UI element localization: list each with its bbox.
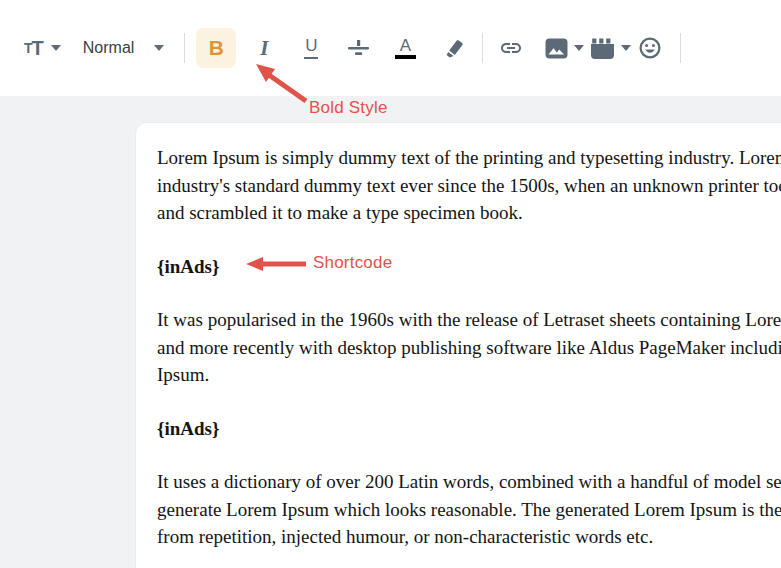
text-line: and scrambled it to make a type specimen… <box>157 199 781 227</box>
strikethrough-button[interactable] <box>341 29 375 67</box>
underline-icon: U <box>304 37 318 59</box>
bold-icon: B <box>209 36 224 60</box>
text-color-button[interactable]: A <box>388 29 422 67</box>
paragraph-style-dropdown[interactable]: Normal <box>79 29 169 67</box>
paragraph-style-value: Normal <box>83 39 135 57</box>
insert-emoji-button[interactable] <box>633 29 667 67</box>
text-line: from repetition, injected humour, or non… <box>157 523 781 551</box>
text-line: Lorem Ipsum is simply dummy text of the … <box>157 144 781 172</box>
highlight-color-button[interactable] <box>435 29 469 67</box>
chevron-down-icon <box>51 45 61 51</box>
text-line: It was popularised in the 1960s with the… <box>157 306 781 334</box>
paragraph: It uses a dictionary of over 200 Latin w… <box>157 468 781 551</box>
editor-screen: TT Normal B I U A <box>0 0 781 568</box>
paragraph: Lorem Ipsum is simply dummy text of the … <box>157 144 781 227</box>
toolbar-divider <box>680 33 681 63</box>
shortcode-token: {inAds} <box>157 415 781 443</box>
chevron-down-icon <box>154 45 164 51</box>
formatting-toolbar: TT Normal B I U A <box>0 0 781 96</box>
font-size-icon: T <box>24 40 32 56</box>
font-size-button[interactable]: TT <box>24 29 61 67</box>
paragraph: It was popularised in the 1960s with the… <box>157 306 781 389</box>
insert-video-button[interactable] <box>587 29 633 67</box>
current-color-swatch <box>395 55 416 59</box>
chevron-down-icon <box>621 45 631 51</box>
text-line: industry's standard dummy text ever sinc… <box>157 172 781 200</box>
highlighter-icon <box>440 36 465 60</box>
underline-button[interactable]: U <box>294 29 328 67</box>
text-color-icon: A <box>400 37 411 55</box>
shortcode-annotation: Shortcode <box>313 253 392 273</box>
text-line: generate Lorem Ipsum which looks reasona… <box>157 496 781 524</box>
image-icon <box>545 38 568 59</box>
italic-icon: I <box>260 36 268 61</box>
document-editor-canvas[interactable]: Lorem Ipsum is simply dummy text of the … <box>135 122 781 568</box>
text-line: Ipsum. <box>157 361 781 389</box>
italic-button[interactable]: I <box>247 29 281 67</box>
link-icon <box>498 36 524 60</box>
bold-style-annotation: Bold Style <box>309 98 388 118</box>
chevron-down-icon <box>574 45 584 51</box>
toolbar-divider <box>184 33 185 63</box>
toolbar-divider <box>482 33 483 63</box>
strikethrough-icon <box>347 38 370 58</box>
insert-image-button[interactable] <box>541 29 587 67</box>
document-content: Lorem Ipsum is simply dummy text of the … <box>136 123 781 551</box>
video-icon <box>590 38 615 59</box>
insert-link-button[interactable] <box>494 29 528 67</box>
bold-button[interactable]: B <box>196 28 236 68</box>
emoji-icon <box>638 36 662 60</box>
text-line: and more recently with desktop publishin… <box>157 334 781 362</box>
text-line: It uses a dictionary of over 200 Latin w… <box>157 468 781 496</box>
shortcode-token: {inAds} <box>157 253 781 281</box>
